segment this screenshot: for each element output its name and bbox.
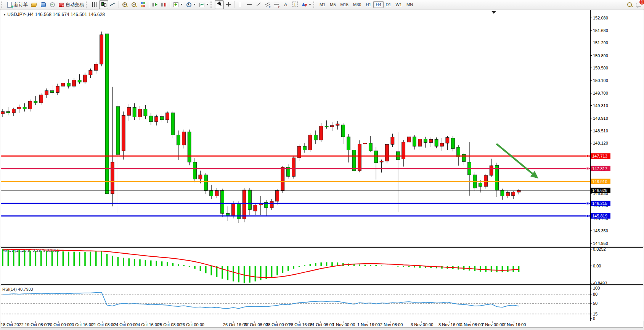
vertical-line-button[interactable]: [236, 0, 245, 9]
svg-text:151.290: 151.290: [593, 40, 608, 45]
tile-windows-button[interactable]: [138, 0, 148, 9]
chat-button[interactable]: 1: [634, 0, 643, 9]
signals-icon: [49, 2, 55, 8]
channel-button[interactable]: [263, 0, 272, 9]
new-order-button[interactable]: 新订单: [5, 0, 29, 9]
history-center-button[interactable]: [29, 0, 39, 9]
line-chart-button[interactable]: [108, 0, 117, 9]
crosshair-icon: [225, 2, 231, 8]
svg-text:0.00: 0.00: [593, 264, 601, 268]
chart-shift-button[interactable]: [159, 0, 169, 9]
svg-text:146.628: 146.628: [592, 188, 607, 193]
svg-text:80: 80: [593, 292, 597, 296]
svg-text:147.317: 147.317: [592, 166, 607, 171]
toolbar-grip[interactable]: [313, 2, 316, 8]
templates-button[interactable]: [197, 0, 210, 9]
toolbar-grip[interactable]: [210, 2, 214, 8]
auto-scroll-button[interactable]: [150, 0, 159, 9]
template-icon: [199, 2, 205, 8]
trendline-icon: [255, 2, 262, 8]
history-icon: [31, 2, 37, 8]
vertical-line-icon: [237, 2, 243, 8]
timeframe-MN[interactable]: MN: [404, 1, 415, 8]
auto-trading-label: 自动交易: [66, 2, 84, 8]
svg-text:15: 15: [593, 312, 597, 316]
horizontal-line-button[interactable]: [245, 0, 254, 9]
price-axis: 152.080151.680151.290150.890150.500150.1…: [586, 16, 610, 246]
notification-badge: 1: [639, 0, 644, 5]
trend-arrow[interactable]: [496, 144, 538, 179]
candlestick-series: [1, 21, 521, 223]
svg-text:19 Oct 08:00: 19 Oct 08:00: [25, 322, 49, 327]
arrows-button[interactable]: [300, 0, 313, 9]
new-order-icon: [7, 2, 13, 8]
svg-text:150.100: 150.100: [593, 78, 608, 83]
bar-chart-button[interactable]: [90, 0, 99, 9]
indicators-button[interactable]: [171, 0, 184, 9]
auto-trading-button[interactable]: 自动交易: [57, 0, 85, 9]
svg-text:148.120: 148.120: [593, 141, 608, 145]
timeframe-M30[interactable]: M30: [351, 1, 363, 8]
toolbar-grip[interactable]: [86, 2, 89, 8]
timeframe-D1[interactable]: D1: [384, 1, 393, 8]
toolbar: 新订单 自动交易 M1M5: [0, 0, 644, 10]
svg-text:26 Oct 16:00: 26 Oct 16:00: [223, 322, 247, 327]
search-button[interactable]: [625, 0, 634, 9]
chart-shift-icon: [161, 2, 167, 8]
svg-text:50: 50: [593, 301, 597, 306]
text-button[interactable]: [281, 0, 291, 9]
toolbar-grip[interactable]: [1, 2, 4, 8]
zoom-in-icon: [122, 2, 128, 8]
svg-text:18 Oct 2022: 18 Oct 2022: [1, 322, 24, 327]
svg-text:20 Oct 00:00: 20 Oct 00:00: [48, 322, 72, 327]
svg-text:152.080: 152.080: [593, 16, 608, 20]
signals-button[interactable]: [48, 0, 57, 9]
timeframe-M1[interactable]: M1: [317, 1, 328, 8]
timeframe-W1[interactable]: W1: [393, 1, 405, 8]
text-icon: [283, 2, 289, 8]
fibonacci-button[interactable]: [272, 0, 281, 9]
search-icon: [626, 2, 633, 8]
svg-text:2 Nov 08:00: 2 Nov 08:00: [380, 322, 403, 327]
mt4-window: 新订单 自动交易 M1M5: [0, 0, 644, 330]
zoom-out-button[interactable]: [129, 0, 138, 9]
periods-menu-button[interactable]: [184, 0, 197, 9]
candlestick-chart-button[interactable]: [99, 0, 108, 9]
chevron-down-icon: [180, 4, 183, 5]
cursor-button[interactable]: [215, 0, 224, 9]
new-order-label: 新订单: [14, 2, 28, 8]
auto-scroll-icon: [152, 2, 158, 8]
zoom-out-icon: [131, 2, 137, 8]
bar-marker-icon: [491, 11, 496, 14]
timeframe-H4[interactable]: H4: [373, 1, 383, 8]
cursor-icon: [216, 2, 222, 8]
channel-icon: [265, 2, 271, 8]
svg-text:150.500: 150.500: [593, 66, 608, 70]
crosshair-button[interactable]: [224, 0, 233, 9]
svg-text:7 Nov 00:00: 7 Nov 00:00: [482, 322, 504, 327]
chevron-down-icon: [206, 4, 209, 5]
svg-text:28 Oct 16:00: 28 Oct 16:00: [289, 322, 313, 327]
timeframe-H1[interactable]: H1: [363, 1, 373, 8]
indicators-icon: [173, 2, 179, 8]
svg-text:100: 100: [593, 286, 600, 290]
svg-text:149.700: 149.700: [593, 91, 608, 95]
trendline-button[interactable]: [254, 0, 263, 9]
market-button[interactable]: [39, 0, 48, 9]
svg-text:7 Nov 16:00: 7 Nov 16:00: [503, 322, 526, 327]
horizontal-line-icon: [246, 2, 252, 8]
macd-series: [3, 249, 519, 283]
svg-text:148.910: 148.910: [593, 116, 608, 121]
horizontal-lines[interactable]: [1, 156, 590, 216]
svg-text:31 Oct 08:00: 31 Oct 08:00: [310, 322, 334, 327]
chart-canvas[interactable]: 152.080151.680151.290150.890150.500150.1…: [0, 0, 644, 330]
zoom-in-button[interactable]: [120, 0, 129, 9]
fibonacci-icon: [274, 2, 280, 8]
timeframe-M5[interactable]: M5: [328, 1, 338, 8]
text-label-button[interactable]: [291, 0, 300, 9]
svg-text:-0.8493: -0.8493: [593, 281, 607, 285]
svg-text:151.680: 151.680: [593, 28, 608, 33]
timeframe-M15[interactable]: M15: [338, 1, 351, 8]
svg-text:24 Oct 16:00: 24 Oct 16:00: [135, 322, 159, 327]
svg-text:150.890: 150.890: [593, 53, 608, 58]
